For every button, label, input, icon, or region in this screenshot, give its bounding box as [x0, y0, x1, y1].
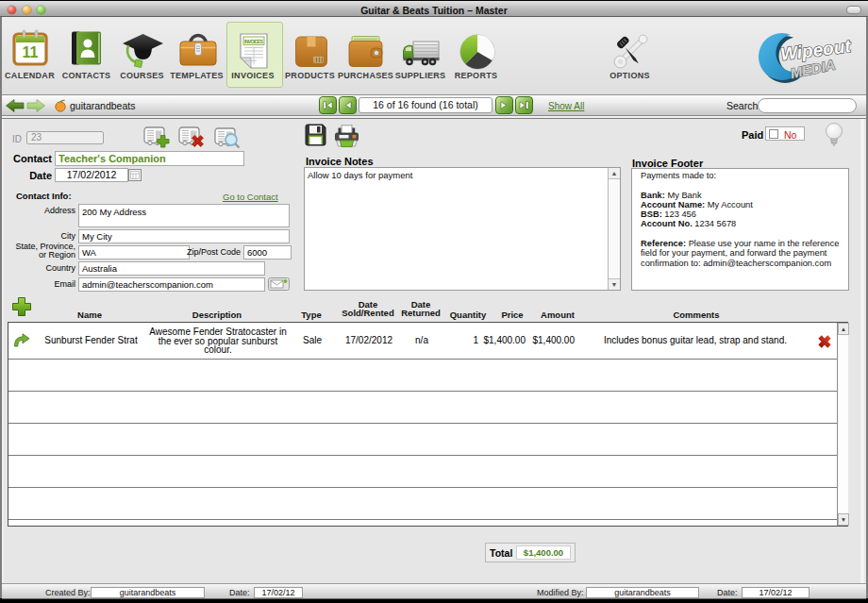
svg-text:INVOICES: INVOICES: [244, 39, 263, 44]
svg-text:11: 11: [23, 44, 39, 60]
